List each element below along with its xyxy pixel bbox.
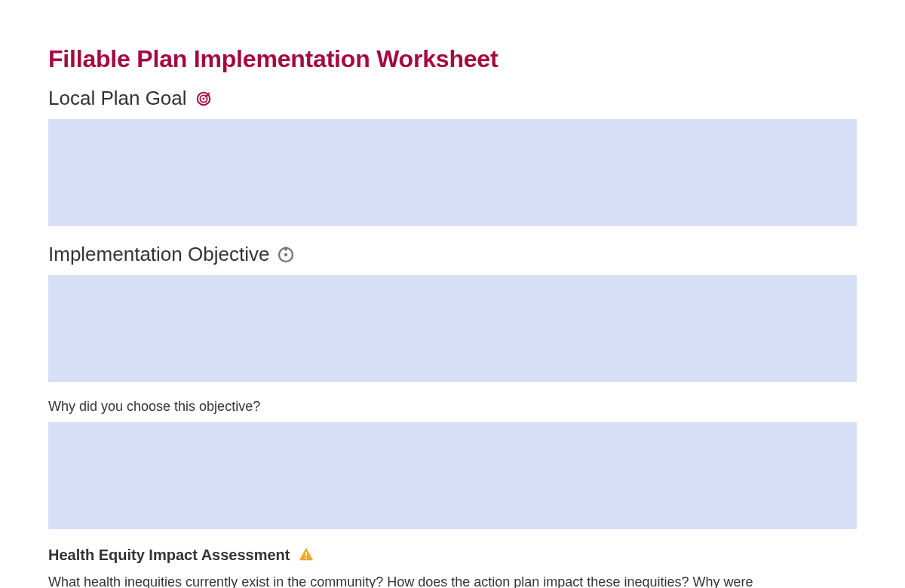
svg-point-4 <box>284 253 287 256</box>
warning-icon <box>297 546 315 564</box>
bullseye-icon <box>195 90 213 108</box>
section-equity: Health Equity Impact Assessment What hea… <box>48 546 857 588</box>
equity-heading: Health Equity Impact Assessment <box>48 547 290 564</box>
target-arrow-icon <box>277 246 295 264</box>
page-title: Fillable Plan Implementation Worksheet <box>48 45 857 73</box>
objective-heading-row: Implementation Objective <box>48 243 857 266</box>
objective-input[interactable] <box>48 275 857 382</box>
section-objective: Implementation Objective <box>48 243 857 382</box>
svg-point-2 <box>202 97 204 100</box>
section-why: Why did you choose this objective? <box>48 399 857 529</box>
equity-description: What health inequities currently exist i… <box>48 573 787 588</box>
equity-heading-row: Health Equity Impact Assessment <box>48 546 857 564</box>
goal-heading: Local Plan Goal <box>48 87 187 110</box>
goal-input[interactable] <box>48 119 857 226</box>
svg-rect-5 <box>306 552 308 556</box>
objective-heading: Implementation Objective <box>48 243 269 266</box>
why-input[interactable] <box>48 422 857 529</box>
goal-heading-row: Local Plan Goal <box>48 87 857 110</box>
why-question: Why did you choose this objective? <box>48 399 857 415</box>
section-goal: Local Plan Goal <box>48 87 857 226</box>
svg-rect-6 <box>306 558 308 559</box>
